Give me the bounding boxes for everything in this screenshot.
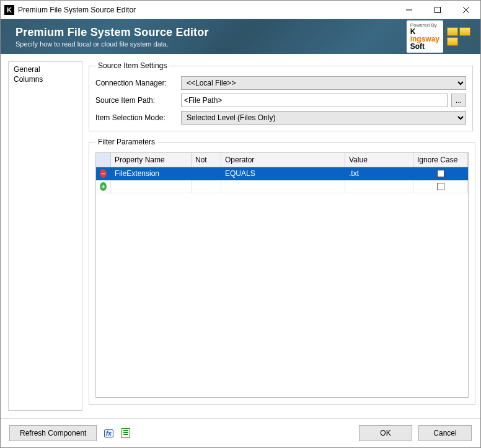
titlebar: K Premium File System Source Editor — [1, 1, 480, 19]
header-ignore-case: Ignore Case — [413, 153, 468, 167]
close-button[interactable] — [452, 1, 480, 19]
cell-not[interactable] — [192, 167, 221, 180]
svg-rect-1 — [435, 7, 441, 12]
source-settings-legend: Source Item Settings — [95, 61, 169, 70]
filter-grid[interactable]: Property Name Not Operator Value Ignore … — [95, 152, 469, 398]
sidebar: General Columns — [8, 61, 82, 411]
plus-icon: + — [100, 182, 107, 191]
browse-button[interactable]: ... — [451, 94, 466, 107]
grid-row[interactable]: + — [96, 180, 468, 193]
cell-operator[interactable] — [221, 180, 345, 193]
add-row-button[interactable]: + — [96, 180, 111, 193]
app-icon: K — [4, 5, 14, 15]
header-banner: Premium File System Source Editor Specif… — [1, 19, 480, 54]
grid-row[interactable]: – FileExtension EQUALS .txt — [96, 167, 468, 180]
grid-header: Property Name Not Operator Value Ignore … — [96, 153, 468, 167]
cell-property[interactable] — [111, 180, 192, 193]
banner-title: Premium File System Source Editor — [15, 26, 400, 39]
footer: Refresh Component fx OK Cancel — [1, 418, 480, 447]
source-item-path-label: Source Item Path: — [95, 96, 176, 105]
cell-ignore-case[interactable] — [413, 180, 468, 193]
cell-value[interactable]: .txt — [345, 167, 413, 180]
window-title: Premium File System Source Editor — [18, 6, 136, 14]
sidebar-item-columns[interactable]: Columns — [10, 74, 81, 84]
source-item-settings: Source Item Settings Connection Manager:… — [89, 61, 473, 131]
item-selection-mode-label: Item Selection Mode: — [95, 113, 176, 122]
cell-not[interactable] — [192, 180, 221, 193]
cell-ignore-case[interactable] — [413, 167, 468, 180]
sidebar-item-general[interactable]: General — [10, 64, 81, 74]
brand-logo: Powered By KingswaySoft — [407, 20, 443, 53]
source-item-path-input[interactable] — [181, 94, 448, 107]
folders-icon — [447, 27, 470, 46]
refresh-component-button[interactable]: Refresh Component — [9, 425, 97, 441]
brand-area: Powered By KingswaySoft — [407, 20, 470, 53]
banner-subtitle: Specify how to read local or cloud file … — [15, 40, 400, 48]
maximize-button[interactable] — [423, 1, 452, 19]
connection-manager-select[interactable]: <<Local File>> — [181, 76, 466, 90]
minimize-button[interactable] — [395, 1, 423, 19]
cell-property[interactable]: FileExtension — [111, 167, 192, 180]
cell-value[interactable] — [345, 180, 413, 193]
cell-operator[interactable]: EQUALS — [221, 167, 345, 180]
ignore-case-checkbox[interactable] — [437, 170, 444, 177]
minus-icon: – — [100, 169, 107, 178]
filter-parameters: Filter Parameters Property Name Not Oper… — [89, 138, 475, 405]
connection-manager-label: Connection Manager: — [95, 79, 176, 87]
header-value: Value — [345, 153, 413, 167]
header-property: Property Name — [111, 153, 192, 167]
cancel-button[interactable]: Cancel — [418, 425, 472, 441]
header-not: Not — [192, 153, 221, 167]
header-action — [96, 153, 111, 167]
ignore-case-checkbox[interactable] — [437, 183, 444, 190]
filter-legend: Filter Parameters — [95, 138, 157, 146]
remove-row-button[interactable]: – — [96, 167, 111, 180]
expression-editor-icon[interactable]: fx — [103, 428, 114, 439]
ok-button[interactable]: OK — [359, 425, 412, 441]
header-operator: Operator — [221, 153, 345, 167]
documentation-icon[interactable] — [120, 428, 131, 439]
item-selection-mode-select[interactable]: Selected Level (Files Only) — [181, 111, 466, 125]
